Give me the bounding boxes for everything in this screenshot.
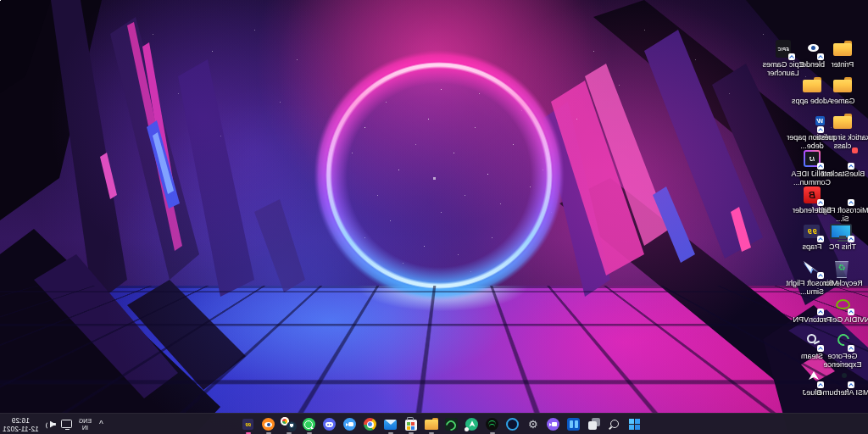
blue-ring-icon — [507, 418, 520, 431]
bitdefender-glyph: B — [809, 190, 815, 200]
gear-icon: ⚙ — [528, 419, 538, 430]
intellij-glyph: IJ — [810, 156, 815, 162]
taskbar-discord[interactable] — [321, 415, 338, 434]
desktop-icon-label: Bitdefender — [782, 207, 843, 215]
desktop-icon-label: Adobe apps — [782, 97, 843, 106]
blue-panels-icon — [568, 418, 581, 431]
taskbar-search-button[interactable] — [606, 415, 623, 434]
zoom-icon — [344, 418, 357, 431]
running-indicator — [429, 432, 434, 434]
shortcut-arrow-badge — [848, 345, 854, 352]
taskbar-fraps[interactable]: 99 — [240, 415, 257, 434]
desktop-icon-label: Fraps — [782, 243, 843, 252]
taskbar-geforce-experience[interactable] — [443, 415, 460, 434]
system-tray: ^ ENG IN 16:29 12-11-2021 — [3, 414, 105, 434]
desktop-icon-bluej[interactable]: BlueJ — [782, 367, 843, 398]
clock-time: 16:29 — [12, 416, 30, 425]
protonvpn-icon — [466, 418, 479, 431]
taskbar-apps: ⚙ 99 — [240, 414, 643, 434]
running-indicator — [409, 432, 414, 434]
chrome-icon — [364, 418, 377, 431]
desktop-icon-adobe-apps[interactable]: Adobe apps — [782, 75, 843, 106]
taskbar-whatsapp[interactable] — [301, 415, 318, 434]
running-indicator — [490, 432, 495, 434]
desktop-icon-protonvpn[interactable]: ProtonVPN — [782, 294, 843, 325]
desktop-icon-intellij[interactable]: IJ IntelliJ IDEA Commun... — [782, 148, 843, 186]
taskbar-protonvpn[interactable] — [464, 415, 481, 434]
language-line2: IN — [82, 425, 88, 431]
paper-plane-icon — [802, 258, 822, 278]
mail-icon — [385, 420, 398, 430]
blender-icon — [263, 418, 275, 431]
task-view-button[interactable] — [586, 415, 603, 434]
shortcut-arrow-badge — [817, 309, 824, 315]
taskbar: ⚙ 99 ^ ENG IN — [0, 413, 868, 434]
mirrored-ui-layer: Printer Games kartick sir online class B… — [0, 0, 868, 434]
shortcut-arrow-badge — [848, 163, 854, 170]
video-camera-icon — [548, 418, 560, 431]
taskbar-blue-panels-app[interactable] — [565, 415, 582, 434]
fraps-icon: 99 — [243, 419, 254, 430]
desktop-icon-bitdefender[interactable]: B Bitdefender — [782, 185, 843, 215]
shortcut-arrow-badge — [817, 53, 824, 60]
taskbar-clock[interactable]: 16:29 12-11-2021 — [3, 416, 39, 433]
desktop-icon-microsoft-flight-simu[interactable]: Microsoft Flight Simu... — [782, 258, 843, 296]
taskbar-steam[interactable] — [281, 415, 298, 434]
desktop-icon-fraps[interactable]: 99 Fraps — [782, 221, 843, 252]
desktop-icon-question-paper[interactable]: W question paper debe... — [782, 112, 843, 150]
running-indicator — [307, 432, 312, 434]
desktop-icon-epic-games-launcher[interactable]: EPIC Epic Games Launcher — [753, 39, 814, 77]
microsoft-store-icon — [405, 420, 417, 431]
shortcut-arrow-badge — [848, 199, 854, 206]
taskbar-file-explorer[interactable] — [423, 415, 440, 434]
clock-date: 12-11-2021 — [3, 425, 39, 433]
shortcut-arrow-badge — [817, 345, 824, 352]
running-indicator — [266, 432, 271, 434]
shortcut-arrow-badge — [817, 381, 824, 388]
word-glyph: W — [815, 116, 825, 125]
geforce-experience-icon — [446, 418, 459, 431]
taskbar-zoom[interactable] — [342, 415, 359, 434]
desktop-icon-label: Epic Games Launcher — [753, 61, 814, 77]
taskbar-blender[interactable] — [260, 415, 277, 434]
volume-icon[interactable] — [45, 419, 56, 430]
spotify-icon — [487, 418, 499, 431]
shortcut-arrow-badge — [817, 272, 824, 279]
taskbar-blue-ring-app[interactable] — [504, 415, 521, 434]
language-indicator[interactable]: ENG IN — [79, 418, 92, 431]
taskbar-spotify[interactable] — [484, 415, 501, 434]
shortcut-arrow-badge — [788, 53, 795, 60]
desktop-icon-label: Steam — [782, 353, 843, 361]
windows-logo-icon — [630, 419, 641, 430]
discord-icon — [324, 418, 337, 431]
start-button[interactable] — [626, 415, 643, 434]
hidden-icons-chevron[interactable]: ^ — [97, 420, 105, 429]
desktop-icon-label: ProtonVPN — [782, 316, 843, 325]
shortcut-arrow-badge — [848, 236, 854, 242]
running-indicator — [388, 432, 393, 434]
task-view-icon — [588, 418, 601, 431]
search-icon — [609, 419, 620, 430]
desktop-icon-steam[interactable]: Steam — [782, 331, 843, 361]
desktop-screen: Printer Games kartick sir online class B… — [0, 0, 868, 434]
taskbar-settings[interactable]: ⚙ — [525, 415, 542, 434]
fraps-glyph: 99 — [807, 227, 817, 236]
epic-glyph: EPIC — [777, 47, 789, 52]
steam-icon — [281, 417, 298, 431]
network-icon[interactable] — [62, 419, 73, 430]
running-indicator — [287, 432, 292, 434]
file-explorer-icon — [425, 420, 438, 431]
shortcut-arrow-badge — [817, 236, 824, 242]
taskbar-purple-video-app[interactable] — [545, 415, 562, 434]
running-indicator — [246, 432, 251, 434]
shortcut-arrow-badge — [817, 126, 824, 133]
taskbar-microsoft-store[interactable] — [403, 415, 420, 434]
taskbar-mail[interactable] — [382, 415, 399, 434]
shortcut-arrow-badge — [848, 381, 854, 388]
whatsapp-icon — [303, 418, 316, 431]
shortcut-arrow-badge — [848, 309, 854, 315]
taskbar-chrome[interactable] — [362, 415, 379, 434]
folder-icon — [802, 75, 822, 96]
fraps-glyph: 99 — [246, 422, 252, 427]
shortcut-arrow-badge — [817, 163, 824, 170]
